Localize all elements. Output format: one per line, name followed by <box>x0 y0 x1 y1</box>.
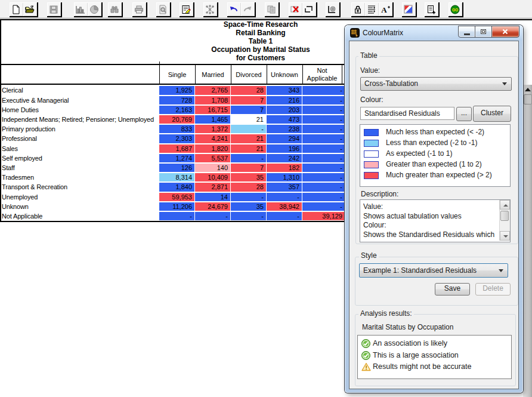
svg-text:A: A <box>381 5 387 14</box>
svg-text:GO: GO <box>452 8 458 12</box>
